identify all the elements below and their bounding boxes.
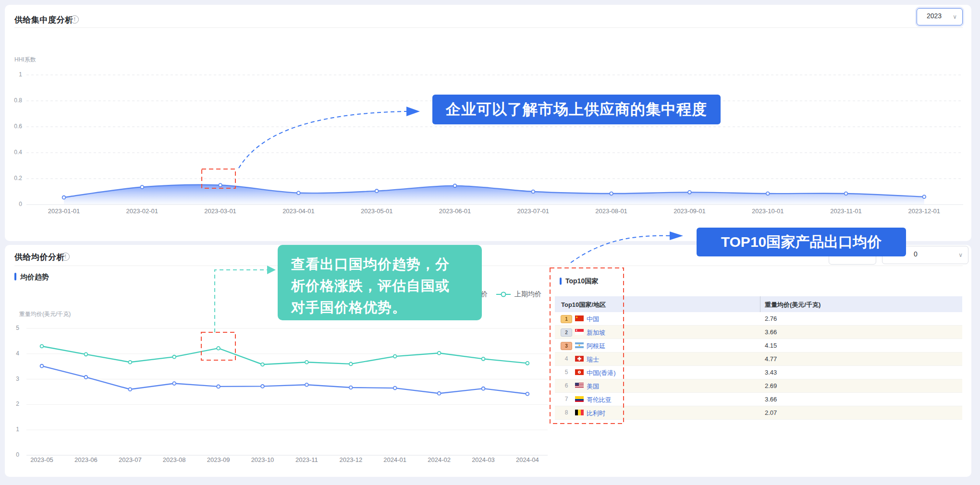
top10-callout: TOP10国家产品出口均价 [697, 228, 906, 256]
rank-medal-icon: 1 [561, 315, 572, 323]
hk-flag-icon [575, 369, 584, 375]
rank-number: 7 [562, 396, 571, 402]
y-axis-tick: 2 [7, 400, 19, 407]
column-divider [760, 296, 760, 312]
divider [14, 266, 963, 266]
x-axis-tick: 2023-08-01 [595, 207, 627, 215]
concentration-callout: 企业可以了解市场上供应商的集中程度 [432, 95, 721, 124]
country-link[interactable]: 比利时 [587, 409, 605, 418]
avg-price-value: 4.77 [765, 355, 777, 363]
y-axis-tick: 0.8 [5, 97, 22, 104]
table-row[interactable]: 6美国2.69 [555, 379, 962, 393]
chevron-down-icon: ∨ [953, 13, 957, 20]
x-axis-tick: 2024-02 [428, 456, 451, 463]
year-select-value: 2023 [927, 12, 942, 20]
avg-price-value: 2.69 [765, 382, 777, 389]
y-axis-tick: 0 [5, 201, 22, 207]
avg-price-value: 2.76 [765, 315, 777, 322]
country-link[interactable]: 中国(香港) [587, 369, 616, 377]
sg-flag-icon [575, 329, 584, 335]
legend-item-previous-avg[interactable]: 上期均价 [496, 290, 541, 299]
avg-price-value: 3.66 [765, 396, 777, 403]
avg-price-value: 3.43 [765, 369, 777, 376]
table-row[interactable]: 8比利时2.07 [555, 406, 962, 420]
y-axis-tick: 1 [7, 426, 19, 433]
info-icon[interactable]: ! [71, 15, 79, 24]
ch-flag-icon [575, 356, 584, 362]
ar-flag-icon [575, 342, 584, 348]
rank-medal-icon: 2 [561, 328, 572, 337]
chevron-down-icon: ∨ [958, 252, 963, 258]
x-axis-tick: 2023-06 [74, 456, 98, 463]
country-link[interactable]: 新加坡 [587, 328, 605, 337]
table-row[interactable]: 5中国(香港)3.43 [555, 366, 962, 379]
column-header-country: Top10国家/地区 [561, 301, 606, 309]
avg-price-value: 4.15 [765, 342, 777, 349]
x-axis-tick: 2024-03 [472, 456, 495, 463]
legend-label: 上期均价 [514, 290, 541, 299]
x-axis-tick: 2023-09 [207, 456, 230, 463]
x-axis-tick: 2023-01-01 [48, 207, 80, 215]
x-axis-tick: 2024-01 [383, 456, 406, 463]
x-axis-tick: 2023-02-01 [126, 207, 159, 215]
top10-table: Top10国家/地区 重量均价(美元/千克) 1中国2.762新加坡3.663阿… [555, 296, 962, 420]
country-link[interactable]: 哥伦比亚 [587, 396, 612, 404]
x-axis-tick: 2023-12-01 [908, 207, 941, 215]
rank-number: 6 [562, 382, 571, 389]
table-row[interactable]: 4瑞士4.77 [555, 352, 962, 366]
trend-section-label: 均价趋势 [20, 273, 49, 282]
card-title-avg-price: 供给均价分析 [14, 252, 65, 263]
x-axis-tick: 2023-03-01 [204, 207, 236, 215]
table-header-row: Top10国家/地区 重量均价(美元/千克) [555, 296, 962, 312]
table-row[interactable]: 3阿根廷4.15 [555, 339, 962, 352]
y-axis-tick: 0.4 [5, 149, 22, 156]
avg-price-value: 2.07 [765, 409, 777, 416]
x-axis-tick: 2023-05 [30, 456, 53, 463]
rank-medal-icon: 3 [561, 342, 572, 350]
x-axis-tick: 2023-11 [295, 456, 318, 463]
top10-section-label: Top10国家 [565, 277, 598, 286]
info-icon[interactable]: ! [61, 253, 70, 261]
table-row[interactable]: 1中国2.76 [555, 312, 962, 326]
x-axis-tick: 2024-04 [516, 456, 539, 463]
rank-number: 8 [562, 409, 571, 416]
be-flag-icon [575, 410, 584, 415]
dashboard-page: 供给集中度分析 ! HHI系数 2023 ∨ 供给均价分析 ! 均价趋势 重量均… [0, 0, 980, 485]
price-trend-tooltip: 查看出口国均价趋势，分 析价格涨跌，评估自国或 对手国价格优势。 [278, 245, 482, 320]
x-axis-tick: 2023-05-01 [361, 207, 393, 215]
x-axis-tick: 2023-10-01 [752, 207, 784, 215]
x-axis-tick: 2023-09-01 [674, 207, 706, 215]
section-accent-bar [560, 278, 562, 285]
x-axis-tick: 2023-08 [163, 456, 186, 463]
x-axis-tick: 2023-12 [339, 456, 362, 463]
x-axis-tick: 2023-11-01 [830, 207, 862, 215]
card-title-concentration: 供给集中度分析 [14, 14, 74, 25]
y-axis-tick: 0 [7, 451, 19, 458]
table-body: 1中国2.762新加坡3.663阿根廷4.154瑞士4.775中国(香港)3.4… [555, 312, 962, 420]
top-n-select-value: 0 [914, 250, 918, 258]
rank-number: 5 [562, 369, 571, 376]
rank-number: 4 [562, 355, 571, 362]
x-axis-tick: 2023-07 [119, 456, 142, 463]
column-header-price: 重量均价(美元/千克) [765, 301, 821, 309]
section-accent-bar [14, 273, 16, 280]
table-row[interactable]: 7哥伦比亚3.66 [555, 393, 962, 406]
avg-price-value: 3.66 [765, 328, 777, 336]
cn-flag-icon [575, 315, 584, 321]
legend-marker-icon [496, 294, 511, 295]
y-axis-tick: 0.6 [5, 123, 22, 130]
y-axis-tick: 1 [5, 71, 22, 78]
us-flag-icon [575, 383, 584, 388]
year-select[interactable]: 2023 ∨ [917, 8, 963, 25]
table-row[interactable]: 2新加坡3.66 [555, 326, 962, 339]
supply-avg-price-card: 供给均价分析 ! 均价趋势 重量均价(美元/千克) 本期均价 上期均价 Top1… [5, 245, 971, 477]
y-axis-tick: 3 [7, 376, 19, 382]
x-axis-tick: 2023-04-01 [282, 207, 315, 215]
x-axis-tick: 2023-06-01 [439, 207, 471, 215]
country-link[interactable]: 瑞士 [587, 355, 599, 364]
divider [14, 27, 963, 28]
country-link[interactable]: 美国 [587, 382, 599, 391]
country-link[interactable]: 阿根廷 [587, 342, 605, 351]
y-axis-name: 重量均价(美元/千克) [19, 310, 71, 318]
country-link[interactable]: 中国 [587, 315, 599, 324]
